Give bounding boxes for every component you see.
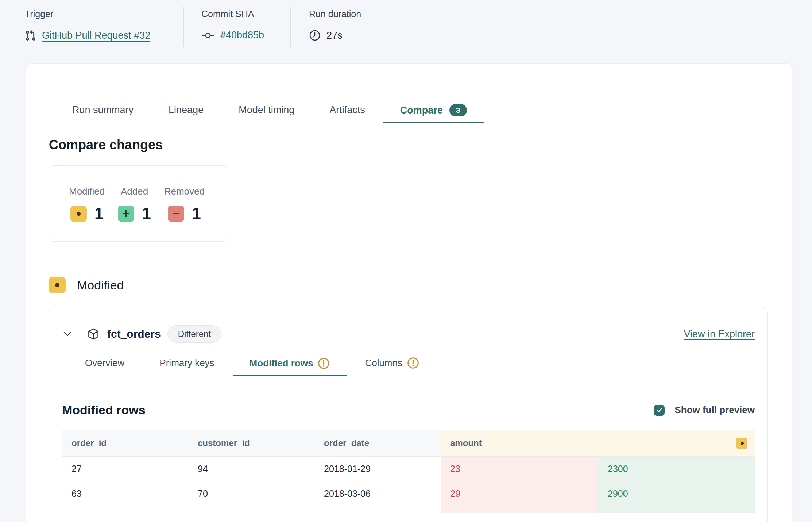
tab-artifacts[interactable]: Artifacts: [313, 104, 382, 123]
modified-section-title: Modified: [77, 278, 124, 292]
stat-modified-label: Modified: [69, 186, 105, 197]
model-diff-card: fct_orders Different View in Explorer Ov…: [49, 307, 768, 522]
modified-rows-table: order_id customer_id order_date amount 2…: [62, 430, 755, 513]
cell-amount-old: 23: [441, 457, 598, 481]
tab-lineage[interactable]: Lineage: [152, 104, 220, 123]
checkbox-checked[interactable]: [654, 405, 665, 416]
collapse-toggle-button[interactable]: [62, 329, 73, 339]
model-header-row: fct_orders Different View in Explorer: [62, 307, 755, 347]
stat-added-label: Added: [121, 186, 148, 197]
table-row: 27 94 2018-01-29 23 2300: [62, 456, 755, 481]
cell-amount-new: 2900: [598, 481, 755, 506]
tab-run-summary[interactable]: Run summary: [55, 104, 150, 123]
stat-added-value: 1: [142, 204, 151, 223]
show-full-preview-toggle[interactable]: Show full preview: [654, 404, 755, 416]
table-row: 63 70 2018-03-06 29 2900: [62, 481, 755, 506]
model-tab-overview[interactable]: Overview: [68, 357, 141, 376]
cell-order-date: 2018-03-06: [314, 481, 441, 506]
run-tabs: Run summary Lineage Model timing Artifac…: [49, 64, 768, 123]
status-badge: Different: [167, 325, 221, 343]
table-header-row: order_id customer_id order_date amount: [62, 430, 755, 456]
cell-customer-id: 94: [188, 457, 314, 481]
trigger-label: Trigger: [25, 9, 183, 19]
modified-dot-square-icon: [70, 206, 87, 222]
column-header-order-date: order_date: [314, 430, 441, 456]
column-header-customer-id: customer_id: [188, 430, 314, 456]
clock-icon: [309, 30, 321, 41]
stat-modified: Modified 1: [69, 186, 105, 241]
warning-circle-icon: [407, 357, 419, 369]
modified-dot-square-icon: [736, 438, 747, 449]
model-name: fct_orders: [107, 328, 161, 340]
compare-changes-heading: Compare changes: [49, 137, 768, 153]
git-commit-icon: [201, 31, 214, 39]
modified-dot-square-icon: [49, 277, 66, 293]
warning-circle-icon: [318, 357, 330, 369]
trigger-section: Trigger GitHub Pull Request #32: [25, 7, 183, 47]
trigger-link[interactable]: GitHub Pull Request #32: [42, 30, 150, 41]
cell-customer-id: 70: [188, 481, 314, 506]
added-plus-square-icon: +: [118, 206, 134, 222]
tab-model-timing[interactable]: Model timing: [222, 104, 311, 123]
removed-minus-square-icon: −: [168, 206, 184, 222]
model-tab-modified-rows[interactable]: Modified rows: [233, 357, 347, 376]
cell-order-date: 2018-01-29: [314, 457, 441, 481]
run-metadata-header: Trigger GitHub Pull Request #32 Commit S…: [25, 7, 361, 47]
table-row-partial: [62, 506, 755, 513]
column-header-amount: amount: [441, 430, 598, 456]
modified-section-header: Modified: [49, 277, 768, 293]
stat-added: Added + 1: [118, 186, 151, 241]
cell-order-id: 27: [62, 457, 188, 481]
compare-count-badge: 3: [449, 104, 467, 116]
stat-removed-value: 1: [192, 204, 201, 223]
run-detail-card: Run summary Lineage Model timing Artifac…: [26, 63, 792, 522]
modified-rows-heading: Modified rows: [62, 403, 146, 417]
duration-label: Run duration: [309, 9, 361, 19]
cell-amount-new: 2300: [598, 457, 755, 481]
modified-rows-header: Modified rows Show full preview: [62, 403, 755, 417]
column-header-amount-new: [598, 430, 755, 456]
duration-value: 27s: [326, 30, 343, 41]
chevron-down-icon: [63, 331, 71, 337]
commit-section: Commit SHA #40bd85b: [183, 7, 290, 47]
git-pull-request-icon: [25, 30, 36, 42]
commit-link[interactable]: #40bd85b: [220, 30, 264, 41]
model-cube-icon: [87, 327, 100, 341]
stat-removed: Removed − 1: [164, 186, 205, 241]
compare-summary-card: Modified 1 Added + 1 Removed − 1: [49, 165, 227, 242]
cell-order-id: 63: [62, 481, 188, 506]
model-tabs: Overview Primary keys Modified rows Colu…: [62, 357, 755, 376]
commit-label: Commit SHA: [201, 9, 290, 19]
stat-removed-label: Removed: [164, 186, 205, 197]
model-tab-primary-keys[interactable]: Primary keys: [143, 357, 231, 376]
stat-modified-value: 1: [94, 204, 103, 223]
tab-compare[interactable]: Compare 3: [383, 104, 484, 123]
view-in-explorer-link[interactable]: View in Explorer: [684, 329, 755, 340]
model-tab-columns[interactable]: Columns: [348, 357, 436, 376]
duration-section: Run duration 27s: [290, 7, 361, 47]
column-header-order-id: order_id: [62, 430, 188, 456]
checkmark-icon: [656, 407, 663, 414]
cell-amount-old: 29: [441, 481, 598, 506]
show-full-preview-label: Show full preview: [674, 404, 755, 416]
